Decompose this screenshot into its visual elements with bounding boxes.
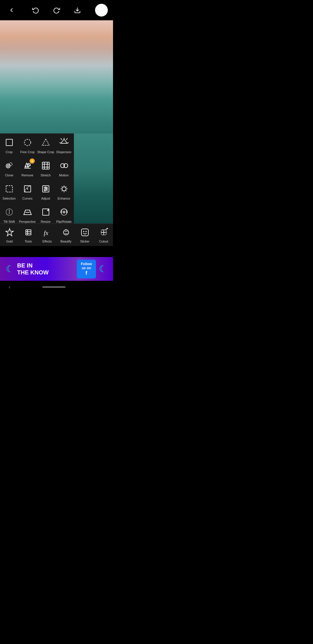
motion-tool[interactable]: Motion xyxy=(55,157,73,180)
selection-tool[interactable]: Selection xyxy=(0,180,18,203)
curves-icon xyxy=(21,183,34,195)
perspective-label: Perspective xyxy=(19,220,36,223)
svg-rect-26 xyxy=(6,186,12,192)
crop-tool[interactable]: Crop xyxy=(0,133,18,157)
svg-line-44 xyxy=(62,191,62,191)
tools-row-2: Clone ★ Remove xyxy=(0,157,74,180)
beautify-icon xyxy=(61,227,72,238)
nav-back-chevron[interactable]: ‹ xyxy=(9,284,10,290)
stretch-label: Stretch xyxy=(41,173,51,177)
ad-follow-button[interactable]: Follow us on f xyxy=(77,260,96,278)
sticker-tool[interactable]: Sticker xyxy=(75,224,94,246)
effects-icon: fx xyxy=(42,227,53,238)
tilt-shift-label: Tilt Shift xyxy=(3,220,15,223)
svg-marker-53 xyxy=(6,229,13,236)
sticker-icon xyxy=(79,227,90,238)
top-toolbar xyxy=(0,0,113,20)
flip-rotate-icon xyxy=(58,206,70,218)
resize-tool[interactable]: Resize xyxy=(37,203,55,226)
tools-tool[interactable]: Tools xyxy=(19,224,38,246)
free-crop-tool[interactable]: Free Crop xyxy=(18,133,37,157)
cutout-icon xyxy=(98,227,109,238)
enhance-tool[interactable]: Enhance xyxy=(55,180,73,203)
ocean-image xyxy=(74,133,113,223)
tilt-shift-tool[interactable]: Tilt Shift xyxy=(0,203,18,226)
ad-text: BE IN THE KNOW xyxy=(17,262,74,276)
svg-point-11 xyxy=(9,163,12,166)
tools-row-4: Tilt Shift Perspective Resi xyxy=(0,203,74,226)
effects-label: Effects xyxy=(43,240,52,243)
resize-icon xyxy=(40,206,52,218)
svg-line-42 xyxy=(66,191,66,191)
clone-icon xyxy=(3,160,15,172)
tools-row-3: Selection Curves xyxy=(0,180,74,203)
cutout-tool[interactable]: Cutout xyxy=(94,224,113,246)
curves-tool[interactable]: Curves xyxy=(18,180,37,203)
perspective-tool[interactable]: Perspective xyxy=(18,203,37,226)
bottom-tools-row: Gold Tools fx Effects xyxy=(0,223,113,246)
svg-line-48 xyxy=(30,210,31,215)
svg-marker-3 xyxy=(42,139,49,145)
clone-tool[interactable]: Clone xyxy=(0,157,18,180)
flip-rotate-tool[interactable]: Flip/Rotate xyxy=(55,203,73,226)
perspective-icon xyxy=(21,206,34,218)
enhance-label: Enhance xyxy=(58,197,70,200)
dispersion-tool[interactable]: Dispersion xyxy=(55,133,73,157)
redo-button[interactable] xyxy=(50,4,63,17)
svg-line-6 xyxy=(66,138,68,140)
back-button[interactable] xyxy=(5,4,18,17)
selection-label: Selection xyxy=(3,197,16,200)
svg-point-61 xyxy=(83,231,84,232)
ad-banner[interactable]: ☾ BE IN THE KNOW Follow us on f ☾ xyxy=(0,257,113,281)
remove-badge: ★ xyxy=(30,158,35,164)
image-canvas-right xyxy=(74,133,113,223)
shape-crop-label: Shape Crop xyxy=(37,150,54,154)
remove-tool[interactable]: ★ Remove xyxy=(18,157,37,180)
flip-rotate-label: Flip/Rotate xyxy=(56,220,72,223)
stretch-tool[interactable]: Stretch xyxy=(37,157,55,180)
svg-text:fx: fx xyxy=(44,229,48,236)
resize-label: Resize xyxy=(41,220,51,223)
gold-label: Gold xyxy=(6,240,12,243)
remove-label: Remove xyxy=(21,173,33,177)
curves-label: Curves xyxy=(22,197,32,200)
tilt-shift-icon xyxy=(3,206,15,218)
image-canvas xyxy=(0,20,113,133)
remove-icon: ★ xyxy=(21,160,34,172)
adjust-tool[interactable]: Adjust xyxy=(37,180,55,203)
svg-line-41 xyxy=(62,187,62,187)
selection-icon xyxy=(3,183,15,195)
gold-tool[interactable]: Gold xyxy=(0,224,19,246)
gold-icon xyxy=(4,227,15,238)
crop-icon xyxy=(3,136,15,149)
sticker-label: Sticker xyxy=(80,240,89,243)
free-crop-label: Free Crop xyxy=(20,150,35,154)
clone-label: Clone xyxy=(5,173,13,177)
shape-crop-tool[interactable]: Shape Crop xyxy=(37,133,55,157)
home-indicator[interactable] xyxy=(42,286,65,288)
download-button[interactable] xyxy=(71,4,84,17)
undo-button[interactable] xyxy=(29,4,42,17)
system-nav-bar: ‹ xyxy=(0,281,113,293)
free-crop-icon xyxy=(21,136,34,149)
enhance-icon xyxy=(58,183,70,195)
svg-point-62 xyxy=(85,231,87,232)
svg-point-10 xyxy=(6,164,10,168)
motion-icon xyxy=(58,160,70,172)
tools-icon xyxy=(23,227,34,238)
tools-label: Tools xyxy=(25,240,32,243)
effects-tool[interactable]: fx Effects xyxy=(38,224,57,246)
svg-line-9 xyxy=(59,142,61,143)
stretch-icon xyxy=(40,160,52,172)
next-button[interactable] xyxy=(95,4,108,17)
svg-point-34 xyxy=(46,188,47,189)
shape-crop-icon xyxy=(40,136,52,149)
svg-rect-19 xyxy=(42,162,49,169)
crop-label: Crop xyxy=(6,150,13,154)
cutout-label: Cutout xyxy=(99,240,108,243)
svg-point-12 xyxy=(7,165,9,167)
svg-line-47 xyxy=(24,210,26,215)
beautify-tool[interactable]: Beautify xyxy=(57,224,75,246)
svg-point-52 xyxy=(63,211,65,213)
svg-point-2 xyxy=(24,139,31,146)
